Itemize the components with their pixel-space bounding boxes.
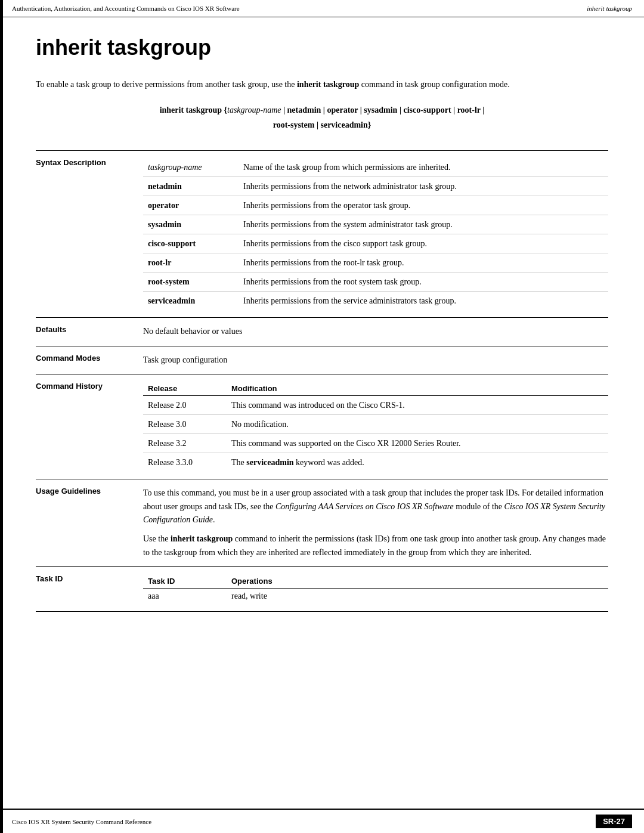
syntax-desc: Inherits permissions from the operator t… xyxy=(239,196,608,215)
command-syntax: inherit taskgroup {taskgroup-name | neta… xyxy=(36,103,608,132)
command-modes-text: Task group configuration xyxy=(143,355,227,364)
command-history-section: Command History Release Modification Rel… xyxy=(36,374,608,479)
taskid-operations: read, write xyxy=(227,589,608,605)
syntax-line2: root-system | serviceadmin} xyxy=(36,117,608,132)
syntax-desc: Inherits permissions from the service ad… xyxy=(239,292,608,311)
command-modes-section: Command Modes Task group configuration xyxy=(36,346,608,374)
syntax-table-row: operatorInherits permissions from the op… xyxy=(143,196,608,215)
task-id-label: Task ID xyxy=(36,574,143,604)
syntax-table-row: taskgroup-nameName of the task group fro… xyxy=(143,158,608,177)
history-modification: This command was supported on the Cisco … xyxy=(227,434,608,453)
bottom-bar: Cisco IOS XR System Security Command Ref… xyxy=(0,809,644,833)
syntax-description-label: Syntax Description xyxy=(36,158,143,310)
usage-para2: Use the inherit taskgroup command to inh… xyxy=(143,532,608,559)
taskid-col2-header: Operations xyxy=(227,574,608,589)
syntax-desc: Inherits permissions from the cisco supp… xyxy=(239,234,608,253)
syntax-table-row: cisco-supportInherits permissions from t… xyxy=(143,234,608,253)
history-modification: No modification. xyxy=(227,415,608,434)
usage-guidelines-content: To use this command, you must be in a us… xyxy=(143,487,608,559)
defaults-content: No default behavior or values xyxy=(143,325,608,338)
command-modes-label: Command Modes xyxy=(36,354,143,367)
main-content: To enable a task group to derive permiss… xyxy=(0,78,644,612)
syntax-description-section: Syntax Description taskgroup-nameName of… xyxy=(36,150,608,317)
history-release: Release 3.0 xyxy=(143,415,227,434)
syntax-desc: Inherits permissions from the network ad… xyxy=(239,177,608,196)
history-modification: The serviceadmin keyword was added. xyxy=(227,453,608,472)
syntax-term: taskgroup-name xyxy=(143,158,239,177)
history-table-row: Release 3.2This command was supported on… xyxy=(143,434,608,453)
page-title-area: inherit taskgroup xyxy=(0,17,644,78)
page-title: inherit taskgroup xyxy=(36,35,608,60)
command-history-label: Command History xyxy=(36,382,143,472)
syntax-desc: Name of the task group from which permis… xyxy=(239,158,608,177)
taskid-table: Task ID Operations aaaread, write xyxy=(143,574,608,604)
command-history-content: Release Modification Release 2.0This com… xyxy=(143,382,608,472)
history-table-row: Release 3.0No modification. xyxy=(143,415,608,434)
intro-text: To enable a task group to derive permiss… xyxy=(36,78,608,91)
task-id-section: Task ID Task ID Operations aaaread, writ… xyxy=(36,566,608,612)
history-col1-header: Release xyxy=(143,382,227,396)
history-table-row: Release 2.0This command was introduced o… xyxy=(143,396,608,415)
syntax-desc: Inherits permissions from the root-lr ta… xyxy=(239,253,608,272)
history-table: Release Modification Release 2.0This com… xyxy=(143,382,608,472)
syntax-table-row: netadminInherits permissions from the ne… xyxy=(143,177,608,196)
usage-guidelines-label: Usage Guidelines xyxy=(36,487,143,559)
history-table-row: Release 3.3.0The serviceadmin keyword wa… xyxy=(143,453,608,472)
syntax-table: taskgroup-nameName of the task group fro… xyxy=(143,158,608,310)
defaults-section: Defaults No default behavior or values xyxy=(36,317,608,345)
taskid-col1-header: Task ID xyxy=(143,574,227,589)
syntax-description-content: taskgroup-nameName of the task group fro… xyxy=(143,158,608,310)
syntax-term: netadmin xyxy=(143,177,239,196)
top-bar: Authentication, Authorization, and Accou… xyxy=(0,0,644,17)
syntax-term: serviceadmin xyxy=(143,292,239,311)
taskid-table-row: aaaread, write xyxy=(143,589,608,605)
history-release: Release 3.2 xyxy=(143,434,227,453)
syntax-term: sysadmin xyxy=(143,215,239,234)
top-bar-right-text: inherit taskgroup xyxy=(587,5,632,12)
syntax-line1: inherit taskgroup {taskgroup-name | neta… xyxy=(36,103,608,117)
syntax-desc: Inherits permissions from the root syste… xyxy=(239,272,608,292)
footer-left-text: Cisco IOS XR System Security Command Ref… xyxy=(12,818,151,825)
defaults-text: No default behavior or values xyxy=(143,327,242,336)
history-modification: This command was introduced on the Cisco… xyxy=(227,396,608,415)
syntax-term: root-system xyxy=(143,272,239,292)
syntax-term: operator xyxy=(143,196,239,215)
taskid-id: aaa xyxy=(143,589,227,605)
command-modes-content: Task group configuration xyxy=(143,354,608,367)
defaults-label: Defaults xyxy=(36,325,143,338)
usage-para1: To use this command, you must be in a us… xyxy=(143,487,608,527)
left-bar xyxy=(0,0,3,833)
syntax-desc: Inherits permissions from the system adm… xyxy=(239,215,608,234)
syntax-term: root-lr xyxy=(143,253,239,272)
syntax-table-row: root-systemInherits permissions from the… xyxy=(143,272,608,292)
footer-right-text: SR-27 xyxy=(596,815,632,828)
syntax-table-row: sysadminInherits permissions from the sy… xyxy=(143,215,608,234)
usage-guidelines-section: Usage Guidelines To use this command, yo… xyxy=(36,479,608,566)
task-id-content: Task ID Operations aaaread, write xyxy=(143,574,608,604)
top-bar-left-text: Authentication, Authorization, and Accou… xyxy=(12,5,240,12)
history-release: Release 2.0 xyxy=(143,396,227,415)
syntax-table-row: serviceadminInherits permissions from th… xyxy=(143,292,608,311)
syntax-term: cisco-support xyxy=(143,234,239,253)
syntax-table-row: root-lrInherits permissions from the roo… xyxy=(143,253,608,272)
history-col2-header: Modification xyxy=(227,382,608,396)
history-release: Release 3.3.0 xyxy=(143,453,227,472)
